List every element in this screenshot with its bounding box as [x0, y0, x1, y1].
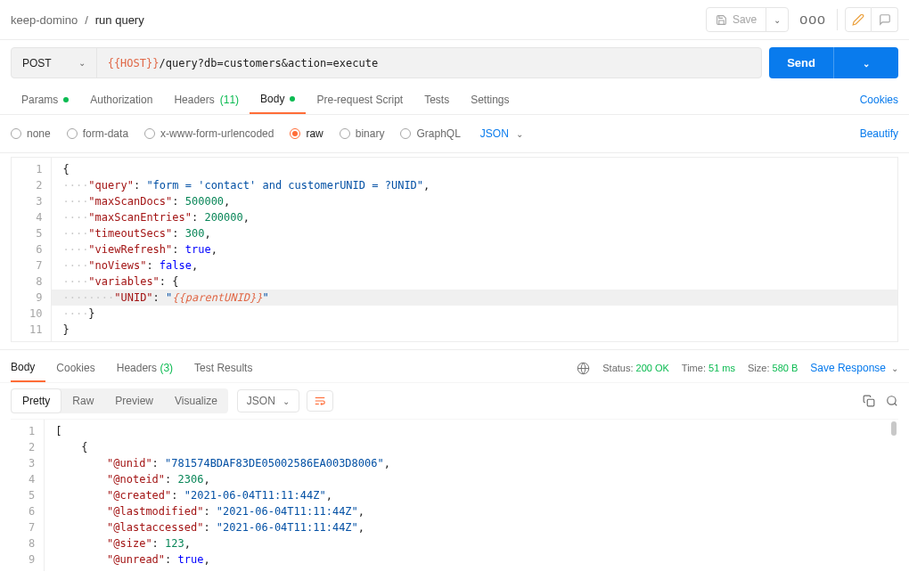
- body-format-select[interactable]: JSON⌄: [480, 127, 523, 140]
- radio-icon: [340, 128, 350, 139]
- tab-params[interactable]: Params: [11, 86, 79, 113]
- breadcrumb-collection[interactable]: keep-domino: [11, 13, 78, 27]
- breadcrumb-sep: /: [85, 13, 88, 27]
- separator: [837, 9, 838, 30]
- tab-headers[interactable]: Headers (11): [163, 86, 250, 113]
- response-tab-body[interactable]: Body: [11, 354, 45, 382]
- tab-settings[interactable]: Settings: [460, 86, 520, 113]
- scrollbar-thumb[interactable]: [891, 421, 897, 436]
- tab-authorization[interactable]: Authorization: [79, 86, 163, 113]
- save-response-button[interactable]: Save Response⌄: [810, 362, 898, 374]
- size-label: Size: 580 B: [748, 363, 798, 373]
- radio-icon: [290, 128, 300, 139]
- radio-none[interactable]: none: [11, 127, 51, 140]
- method-label: POST: [22, 57, 52, 69]
- response-format-select[interactable]: JSON⌄: [237, 389, 299, 412]
- breadcrumb: keep-domino / run query: [11, 13, 144, 27]
- response-tab-headers[interactable]: Headers (3): [117, 355, 184, 381]
- send-button[interactable]: Send: [769, 47, 833, 78]
- copy-icon: [863, 395, 875, 407]
- radio-formdata[interactable]: form-data: [67, 127, 128, 140]
- pencil-icon: [852, 13, 864, 26]
- save-icon: [716, 14, 727, 26]
- globe-icon[interactable]: [577, 362, 590, 375]
- save-dropdown[interactable]: ⌄: [766, 8, 788, 31]
- chevron-down-icon: ⌄: [845, 50, 888, 78]
- code-content: [ { "@unid": "781574BDAF83DE05002586EA00…: [45, 420, 898, 571]
- radio-raw[interactable]: raw: [290, 127, 323, 140]
- code-content: { ····"query": "form = 'contact' and cus…: [52, 158, 897, 341]
- chevron-down-icon: ⌄: [78, 58, 86, 68]
- chevron-down-icon: ⌄: [516, 129, 523, 139]
- response-body-viewer[interactable]: 123456789 [ { "@unid": "781574BDAF83DE05…: [11, 419, 898, 571]
- chevron-down-icon: ⌄: [283, 396, 290, 406]
- time-label: Time: 51 ms: [682, 363, 735, 373]
- radio-binary[interactable]: binary: [340, 127, 385, 140]
- line-gutter: 1234567891011: [12, 158, 52, 341]
- svg-point-5: [888, 396, 896, 404]
- status-dot-icon: [290, 96, 295, 102]
- status-dot-icon: [63, 97, 69, 102]
- url-variable: {{HOST}}: [108, 57, 160, 69]
- view-visualize[interactable]: Visualize: [164, 389, 228, 412]
- beautify-link[interactable]: Beautify: [860, 120, 898, 147]
- chevron-down-icon: ⌄: [774, 15, 781, 25]
- edit-button[interactable]: [845, 7, 872, 32]
- radio-icon: [11, 128, 21, 139]
- radio-xwww[interactable]: x-www-form-urlencoded: [144, 127, 274, 140]
- search-button[interactable]: [886, 395, 898, 407]
- response-tab-tests[interactable]: Test Results: [194, 355, 263, 381]
- url-input[interactable]: {{HOST}}/query?db=customers&action=execu…: [97, 48, 762, 78]
- send-dropdown[interactable]: ⌄: [833, 47, 898, 78]
- radio-graphql[interactable]: GraphQL: [400, 127, 460, 140]
- view-preview[interactable]: Preview: [104, 389, 164, 412]
- cookies-link[interactable]: Cookies: [860, 86, 898, 113]
- radio-icon: [400, 128, 411, 139]
- view-raw[interactable]: Raw: [61, 389, 104, 412]
- tab-body[interactable]: Body: [250, 86, 306, 114]
- more-button[interactable]: ooo: [796, 12, 830, 28]
- save-label: Save: [733, 13, 757, 26]
- search-icon: [886, 395, 898, 407]
- request-body-editor[interactable]: 1234567891011 { ····"query": "form = 'co…: [11, 157, 898, 342]
- copy-button[interactable]: [863, 395, 875, 407]
- save-button[interactable]: Save: [707, 8, 766, 31]
- wrap-lines-button[interactable]: [307, 390, 333, 412]
- chevron-down-icon: ⌄: [891, 363, 898, 373]
- status-label: Status: 200 OK: [602, 363, 669, 373]
- tab-prerequest[interactable]: Pre-request Script: [306, 86, 414, 113]
- svg-rect-4: [867, 399, 874, 406]
- radio-icon: [144, 128, 155, 139]
- svg-line-6: [895, 404, 897, 406]
- view-pretty[interactable]: Pretty: [11, 388, 61, 413]
- line-gutter: 123456789: [11, 420, 45, 571]
- method-select[interactable]: POST ⌄: [12, 48, 97, 78]
- comment-button[interactable]: [872, 7, 898, 32]
- tab-tests[interactable]: Tests: [414, 86, 460, 113]
- comment-icon: [879, 13, 891, 26]
- response-tab-cookies[interactable]: Cookies: [56, 355, 105, 381]
- wrap-icon: [313, 395, 327, 407]
- breadcrumb-request[interactable]: run query: [95, 13, 144, 27]
- radio-icon: [67, 128, 78, 139]
- url-path: /query?db=customers&action=execute: [159, 57, 378, 69]
